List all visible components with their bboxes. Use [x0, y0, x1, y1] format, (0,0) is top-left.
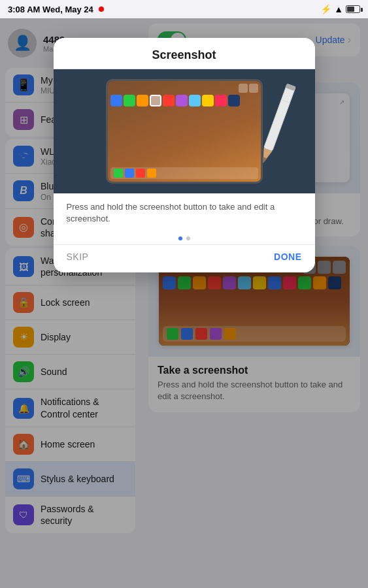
status-time: 3:08 AM Wed, May 24 — [8, 5, 93, 14]
svg-marker-2 — [258, 148, 272, 164]
modal-actions: SKIP DONE — [54, 244, 315, 272]
modal-tablet-screen — [108, 81, 261, 182]
modal-app-3 — [137, 95, 148, 106]
modal-topbar-icon — [239, 84, 248, 93]
modal-box: Screenshot — [54, 38, 315, 272]
modal-app-6 — [176, 95, 188, 106]
modal-dots — [54, 233, 315, 244]
modal-done-button[interactable]: DONE — [274, 252, 301, 262]
battery-icon — [346, 5, 360, 13]
modal-app-9 — [215, 95, 227, 106]
modal-app-5 — [163, 95, 175, 106]
modal-app-2 — [124, 95, 135, 106]
modal-app-7 — [189, 95, 201, 106]
status-bar: 3:08 AM Wed, May 24 ⚡ ▲ — [0, 0, 368, 18]
modal-dock-1 — [114, 169, 123, 178]
modal-dock-4 — [147, 169, 156, 178]
modal-dock-2 — [125, 169, 134, 178]
modal-dot-2 — [186, 237, 190, 240]
wifi-icon: ▲ — [334, 4, 343, 14]
bluetooth-icon: ⚡ — [320, 4, 331, 14]
modal-skip-button[interactable]: SKIP — [67, 252, 89, 262]
modal-topbar-icon-2 — [249, 84, 258, 93]
status-bar-right: ⚡ ▲ — [320, 4, 360, 14]
status-bar-left: 3:08 AM Wed, May 24 — [8, 5, 104, 14]
modal-dock — [110, 167, 258, 179]
modal-app-10 — [228, 95, 240, 106]
recording-indicator — [99, 7, 104, 12]
modal-top-bar — [110, 84, 258, 93]
modal-body-text: Press and hold the screenshot button to … — [54, 193, 315, 233]
modal-app-1 — [110, 95, 122, 106]
modal-selected-app — [150, 95, 161, 106]
modal-dock-3 — [136, 169, 145, 178]
modal-title: Screenshot — [54, 38, 315, 69]
modal-app-8 — [202, 95, 214, 106]
main-layout: 👤 4489 Manage your account, data, and se… — [0, 18, 368, 588]
modal-app-row — [110, 95, 258, 106]
modal-image — [54, 69, 315, 193]
svg-rect-0 — [263, 84, 295, 151]
modal-dot-1 — [178, 237, 182, 240]
modal-overlay: Screenshot — [0, 18, 368, 588]
modal-tablet — [106, 79, 263, 184]
